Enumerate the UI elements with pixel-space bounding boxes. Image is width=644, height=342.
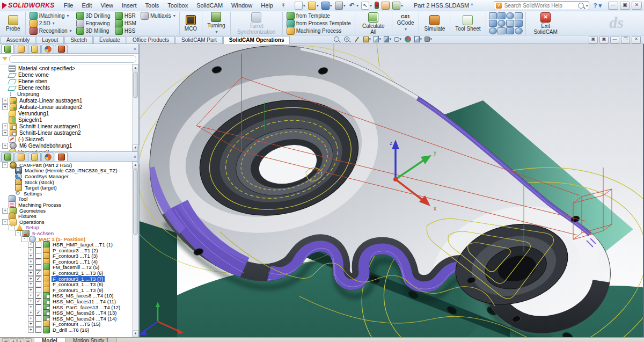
tab-prev-icon[interactable]: ◂: [10, 338, 17, 342]
tree-item[interactable]: Spiegeln1: [1, 117, 132, 123]
expand-toggle[interactable]: +: [28, 270, 34, 276]
expand-toggle[interactable]: +: [28, 281, 34, 287]
tree-item[interactable]: Machine (Hermle-C30_iTNC530_5X_TZ): [1, 168, 132, 174]
exit-solidcam-button[interactable]: ✕ Exit SolidCAM: [529, 12, 563, 35]
tab-office-products[interactable]: Office Products: [127, 36, 175, 43]
pin-menu-icon[interactable]: 🖈: [281, 2, 287, 9]
cam-view-10-icon[interactable]: [497, 27, 506, 34]
simulate-button[interactable]: Simulate: [422, 14, 447, 32]
new-dropdown-icon[interactable]: ▾: [303, 3, 305, 8]
25d-button[interactable]: 2.5D▾: [28, 20, 73, 27]
menu-solidcam[interactable]: SolidCAM: [193, 1, 226, 10]
menu-edit[interactable]: Edit: [78, 1, 96, 10]
menu-toolbox[interactable]: Toolbox: [164, 1, 192, 10]
tree-item[interactable]: -Operations: [1, 219, 132, 225]
tree-item[interactable]: Material <not specified>: [1, 65, 132, 71]
panel-tab-featuremanager[interactable]: [1, 152, 14, 161]
minimize-button[interactable]: —: [608, 2, 618, 10]
help-menu-icon[interactable]: ? ▾: [594, 2, 602, 9]
hide-show-items-icon[interactable]: ▾: [394, 36, 401, 42]
tree-item[interactable]: +✓HSS_MC_faces11 ...T4 (11): [1, 299, 132, 304]
expand-toggle[interactable]: -: [2, 219, 8, 225]
tree-item[interactable]: -MAC 1 (1- Position): [1, 236, 132, 242]
tree-item[interactable]: +✓F_contour2_1 ...T3 (6): [1, 270, 132, 276]
tab-solidcam-operations[interactable]: SolidCAM Operations: [223, 36, 290, 44]
zoom-fit-icon[interactable]: [333, 36, 340, 42]
from-template-button[interactable]: from Template: [286, 12, 352, 19]
tab-next-icon[interactable]: ▸: [17, 338, 24, 342]
panel-tab-propertymanager[interactable]: [14, 152, 27, 161]
open-dropdown-icon[interactable]: ▾: [317, 3, 319, 8]
engraving-button[interactable]: Engraving: [75, 20, 112, 27]
panel-tab-propertymanager[interactable]: [14, 45, 27, 53]
tab-first-icon[interactable]: ◂◂: [2, 338, 9, 342]
graphics-viewport[interactable]: z y x: [140, 44, 644, 337]
hsm-button[interactable]: HSM: [114, 20, 137, 27]
save-button[interactable]: ▾: [320, 1, 333, 10]
doc-cascade-icon[interactable]: ▣: [599, 36, 609, 43]
bottom-tab-model[interactable]: Model: [34, 338, 65, 342]
hsr-button[interactable]: HSR: [114, 12, 137, 19]
tree-item[interactable]: +M6 Gewindebohrung1: [1, 142, 132, 149]
cam-view-2-icon[interactable]: [497, 12, 506, 19]
probe-button[interactable]: Probe: [4, 14, 23, 32]
operation-checkbox[interactable]: [35, 304, 41, 310]
tree-item[interactable]: -Setup: [1, 225, 132, 231]
scroll-down-icon[interactable]: ▼: [133, 330, 138, 337]
operation-checkbox[interactable]: [35, 316, 41, 322]
cam-view-11-icon[interactable]: [506, 27, 514, 34]
operation-checkbox[interactable]: ✓: [35, 299, 41, 304]
panel-tab-dimxpert[interactable]: [41, 45, 54, 53]
tree-item[interactable]: + FM_facemill ...T2 (5): [1, 265, 132, 271]
expand-toggle[interactable]: +: [28, 242, 34, 248]
select-dropdown-icon[interactable]: ▾: [370, 3, 372, 8]
menu-view[interactable]: View: [97, 1, 117, 10]
cam-view-8-icon[interactable]: [515, 20, 523, 27]
calculate-all-button[interactable]: Calculate All: [358, 12, 389, 35]
operation-checkbox[interactable]: [35, 259, 41, 265]
panel-tab-dimxpert[interactable]: [41, 152, 54, 161]
tree-item[interactable]: Machining Process: [1, 202, 132, 208]
undo-dropdown-icon[interactable]: ▾: [356, 3, 358, 8]
expand-toggle[interactable]: -: [2, 162, 8, 168]
panel-tab-configurationmanager[interactable]: [28, 45, 41, 53]
tab-last-icon[interactable]: ▸▸: [25, 338, 32, 342]
recognition-button[interactable]: Recognition▾: [28, 27, 73, 34]
expand-toggle[interactable]: +: [28, 299, 34, 304]
operation-checkbox[interactable]: [35, 281, 41, 287]
operation-checkbox[interactable]: ✓: [35, 276, 41, 282]
cam-view-1-icon[interactable]: [489, 12, 497, 19]
scroll-thumb[interactable]: [133, 169, 138, 235]
turret-sync-button[interactable]: Turret Synchronization: [233, 12, 280, 35]
expand-toggle[interactable]: -: [15, 230, 21, 236]
operation-checkbox[interactable]: [35, 253, 41, 259]
expand-toggle[interactable]: +: [28, 321, 34, 327]
doc-minimize-button[interactable]: —: [610, 36, 619, 43]
3d-milling-button[interactable]: 3D Milling: [75, 27, 112, 34]
cam-view-9-icon[interactable]: [489, 27, 497, 34]
machining-process-button[interactable]: Machining Process: [286, 27, 352, 34]
operation-checkbox[interactable]: ✓: [35, 293, 41, 299]
tree-item[interactable]: Verrundung1: [1, 110, 132, 117]
expand-toggle[interactable]: +: [28, 253, 34, 259]
scene-icon[interactable]: ▾: [414, 36, 422, 42]
tree-item[interactable]: + HSS_ParC_faces13 ...T4 (12): [1, 304, 132, 310]
expand-toggle[interactable]: -: [9, 224, 14, 230]
section-view-icon[interactable]: ▾: [363, 36, 371, 42]
expand-toggle[interactable]: +: [28, 293, 34, 299]
new-button[interactable]: ▾: [294, 1, 306, 10]
panel-tab-featuremanager[interactable]: [1, 44, 14, 53]
tab-solidcam-part[interactable]: SolidCAM Part: [175, 36, 223, 43]
print-dropdown-icon[interactable]: ▾: [343, 3, 346, 8]
operation-checkbox[interactable]: [35, 264, 41, 270]
bottom-tab-motion-study-1[interactable]: Motion Study 1: [65, 338, 117, 342]
expand-toggle[interactable]: +: [2, 123, 8, 129]
undo-button[interactable]: ↶▾: [347, 1, 360, 10]
tree-item[interactable]: +Aufsatz-Linear austragen2: [1, 104, 132, 110]
expand-tabs-icon[interactable]: »: [134, 46, 136, 52]
operation-checkbox[interactable]: [35, 321, 41, 327]
cam-view-12-icon[interactable]: [515, 27, 523, 34]
cam-view-3-icon[interactable]: [506, 12, 514, 19]
tree-item[interactable]: +✓F_contour3_1 ...T3 (7): [1, 276, 132, 282]
expand-toggle[interactable]: +: [28, 259, 34, 265]
